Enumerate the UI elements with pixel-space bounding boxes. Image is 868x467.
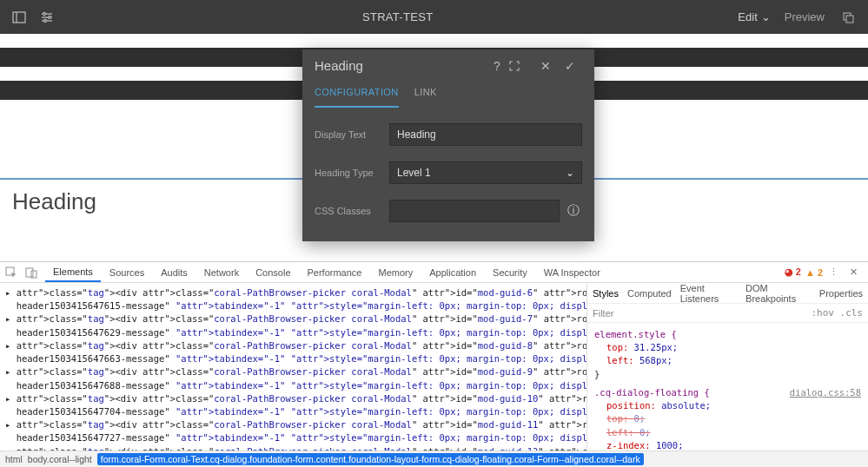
done-icon[interactable]: ✓: [558, 59, 582, 73]
svg-rect-11: [26, 268, 33, 277]
devtools-more-icon[interactable]: ⋮: [824, 266, 843, 278]
display-text-input[interactable]: [389, 123, 582, 146]
devtools-panel: Elements Sources Audits Network Console …: [0, 261, 868, 467]
devtools-tab-wa-inspector[interactable]: WA Inspector: [536, 264, 608, 281]
svg-rect-9: [846, 16, 853, 23]
svg-rect-0: [13, 12, 25, 23]
close-icon[interactable]: ✕: [533, 59, 558, 73]
devtools-close-icon[interactable]: ✕: [844, 266, 863, 278]
elements-breadcrumb[interactable]: html body.coral--light form.coral-Form.c…: [0, 451, 868, 467]
mode-label: Edit: [738, 10, 757, 23]
component-dialog: Heading ? ✕ ✓ CONFIGURATION LINK Display…: [302, 49, 594, 241]
help-icon[interactable]: ?: [485, 59, 509, 73]
side-panel-toggle-icon[interactable]: [9, 7, 30, 28]
svg-point-5: [43, 12, 46, 15]
devtools-tab-audits[interactable]: Audits: [153, 264, 195, 281]
tab-configuration[interactable]: CONFIGURATION: [315, 82, 399, 108]
heading-type-select[interactable]: Level 1 ⌄: [389, 161, 582, 184]
info-icon[interactable]: ⓘ: [565, 203, 582, 219]
devtools-tab-network[interactable]: Network: [196, 264, 247, 281]
svg-point-7: [44, 19, 47, 22]
error-badge[interactable]: ◕ 2: [785, 266, 801, 278]
filter-label[interactable]: Filter: [593, 308, 613, 319]
display-text-label: Display Text: [315, 129, 389, 140]
breadcrumb-item[interactable]: html: [5, 454, 23, 464]
styles-tab-event-listeners[interactable]: Event Listeners: [680, 283, 737, 304]
chevron-down-icon: ⌄: [761, 10, 771, 23]
breadcrumb-item[interactable]: body.coral--light: [28, 454, 92, 464]
page-canvas: Heading Heading ? ✕ ✓ CONFIGURATION LINK…: [0, 34, 868, 261]
breadcrumb-selected[interactable]: form.coral-Form.coral-Text.cq-dialog.fou…: [97, 453, 644, 465]
chevron-down-icon: ⌄: [566, 167, 574, 179]
dialog-tabs: CONFIGURATION LINK: [302, 82, 594, 108]
devtools-tab-security[interactable]: Security: [485, 264, 535, 281]
styles-tab-styles[interactable]: Styles: [593, 288, 619, 299]
tab-link[interactable]: LINK: [414, 82, 437, 108]
styles-tab-properties[interactable]: Properties: [819, 288, 863, 299]
heading-type-value: Level 1: [397, 167, 431, 179]
styles-tab-computed[interactable]: Computed: [627, 288, 672, 299]
inspect-element-icon[interactable]: [5, 266, 24, 279]
warning-badge[interactable]: ▲ 2: [805, 267, 823, 278]
hov-cls-toggle[interactable]: :hov .cls: [811, 307, 863, 319]
aem-topbar: STRAT-TEST Edit ⌄ Preview: [0, 0, 868, 34]
devtools-tab-elements[interactable]: Elements: [45, 263, 101, 282]
devtools-tab-console[interactable]: Console: [248, 264, 298, 281]
fullscreen-icon[interactable]: [509, 61, 533, 71]
page-title: STRAT-TEST: [57, 10, 738, 23]
preview-button[interactable]: Preview: [785, 10, 825, 23]
dialog-title: Heading: [315, 58, 485, 73]
dialog-header: Heading ? ✕ ✓: [302, 49, 594, 82]
styles-pane: Styles Computed Event Listeners DOM Brea…: [586, 283, 868, 451]
styles-tab-dom-breakpoints[interactable]: DOM Breakpoints: [745, 283, 811, 304]
heading-type-label: Heading Type: [315, 168, 389, 178]
devtools-tab-sources[interactable]: Sources: [102, 264, 152, 281]
devtools-tab-application[interactable]: Application: [421, 264, 484, 281]
styles-rules[interactable]: element.style {top: 31.25px;left: 568px;…: [587, 323, 868, 451]
devtools-tab-performance[interactable]: Performance: [300, 264, 370, 281]
svg-point-6: [49, 16, 51, 18]
devtools-tabbar: Elements Sources Audits Network Console …: [0, 262, 868, 283]
mode-dropdown[interactable]: Edit ⌄: [738, 10, 770, 23]
device-toggle-icon[interactable]: [25, 266, 44, 279]
devtools-tab-memory[interactable]: Memory: [370, 264, 421, 281]
css-classes-label: CSS Classes: [315, 206, 389, 216]
elements-tree[interactable]: ▸ attr">class="tag"><div attr">class="co…: [0, 283, 586, 451]
settings-sliders-icon[interactable]: [36, 7, 57, 28]
css-classes-input[interactable]: [389, 200, 560, 222]
layers-icon[interactable]: [838, 7, 859, 28]
